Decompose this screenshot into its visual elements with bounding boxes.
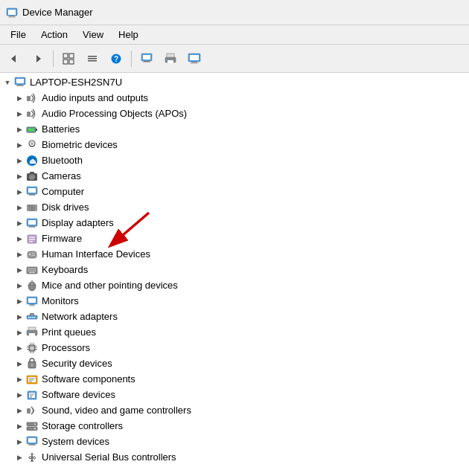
svg-rect-36 — [36, 129, 37, 131]
svg-rect-24 — [190, 55, 199, 60]
mouse-icon — [25, 279, 39, 292]
svg-rect-111 — [29, 379, 34, 380]
hid-icon — [25, 248, 39, 261]
svg-rect-34 — [27, 112, 31, 117]
svg-rect-17 — [144, 61, 150, 62]
menu-action[interactable]: Action — [34, 28, 75, 42]
svg-rect-37 — [28, 129, 34, 131]
item-expand-arrow — [13, 434, 25, 449]
item-expand-arrow — [13, 184, 25, 199]
monitor-icon — [25, 295, 39, 308]
display-icon — [25, 216, 39, 230]
list-item[interactable]: Human Interface Devices — [0, 246, 469, 262]
list-item[interactable]: Network adapters — [0, 309, 469, 324]
usb-icon — [25, 451, 39, 464]
back-button[interactable] — [3, 48, 25, 69]
show-hide-button[interactable] — [57, 48, 80, 69]
audio-in-out-icon — [25, 91, 39, 105]
svg-rect-71 — [28, 270, 30, 271]
item-expand-arrow — [13, 262, 25, 277]
list-item[interactable]: Sound, video and game controllers — [0, 402, 469, 418]
svg-point-122 — [34, 428, 36, 429]
title-bar-text: Device Manager — [22, 7, 93, 18]
list-item[interactable]: Keyboards — [0, 262, 469, 277]
svg-rect-87 — [32, 317, 34, 318]
svg-rect-3 — [8, 16, 16, 17]
svg-rect-125 — [29, 444, 35, 445]
list-item[interactable]: Disk drives — [0, 199, 469, 215]
menu-help[interactable]: Help — [111, 28, 146, 42]
svg-point-63 — [29, 253, 31, 255]
list-item[interactable]: Print queues — [0, 324, 469, 340]
svg-rect-1 — [8, 10, 16, 15]
tree-root[interactable]: LAPTOP-ESH2SN7U — [0, 74, 469, 90]
monitor-button[interactable] — [183, 48, 205, 69]
system-icon — [25, 435, 39, 448]
svg-rect-117 — [30, 396, 32, 397]
item-expand-arrow — [13, 418, 25, 434]
svg-point-120 — [34, 423, 36, 425]
svg-rect-11 — [88, 58, 97, 60]
list-item[interactable]: Batteries — [0, 121, 469, 137]
update-button[interactable] — [135, 48, 158, 69]
svg-marker-5 — [36, 55, 41, 62]
svg-rect-2 — [9, 16, 15, 17]
list-item[interactable]: Computer — [0, 184, 469, 199]
item-label: Network adapters — [42, 311, 118, 322]
forward-button[interactable] — [27, 48, 49, 69]
svg-rect-61 — [29, 241, 33, 242]
list-item[interactable]: Cameras — [0, 168, 469, 184]
list-item[interactable]: Audio Processing Objects (APOs) — [0, 106, 469, 121]
list-item[interactable]: Mice and other pointing devices — [0, 277, 469, 293]
list-item[interactable]: Firmware — [0, 231, 469, 246]
svg-rect-39 — [31, 142, 34, 145]
root-icon — [13, 76, 27, 89]
svg-rect-70 — [35, 268, 36, 269]
tree-area: LAPTOP-ESH2SN7U Audio inputs and outputs — [0, 73, 469, 476]
list-item[interactable]: Security devices — [0, 356, 469, 371]
item-expand-arrow — [13, 277, 25, 293]
svg-rect-116 — [30, 395, 33, 396]
tree-wrapper: LAPTOP-ESH2SN7U Audio inputs and outputs — [0, 73, 469, 476]
list-item[interactable]: Universal Serial Bus controllers — [0, 449, 469, 465]
item-label: Monitors — [42, 295, 79, 306]
svg-rect-25 — [191, 62, 197, 63]
svg-rect-85 — [28, 317, 30, 318]
list-item[interactable]: Software devices — [0, 387, 469, 402]
svg-rect-32 — [16, 86, 24, 86]
item-expand-arrow — [13, 231, 25, 246]
item-expand-arrow — [13, 371, 25, 387]
menu-file[interactable]: File — [3, 28, 34, 42]
svg-rect-104 — [35, 349, 37, 350]
print-button[interactable] — [159, 48, 182, 69]
list-item[interactable]: Audio inputs and outputs — [0, 90, 469, 106]
svg-rect-115 — [30, 393, 34, 394]
svg-rect-96 — [31, 346, 34, 350]
menu-view[interactable]: View — [75, 28, 111, 42]
svg-rect-100 — [33, 351, 34, 353]
svg-rect-97 — [31, 343, 31, 345]
list-item[interactable]: Software components — [0, 371, 469, 387]
item-expand-arrow — [13, 356, 25, 371]
svg-rect-64 — [32, 253, 35, 254]
svg-point-79 — [31, 280, 34, 282]
svg-rect-86 — [31, 317, 32, 318]
item-expand-arrow — [13, 324, 25, 340]
properties-button[interactable] — [81, 48, 103, 69]
list-item[interactable]: ⏏ Bluetooth — [0, 152, 469, 168]
svg-rect-26 — [191, 62, 198, 63]
list-item[interactable]: Display adapters — [0, 215, 469, 231]
storage-icon — [25, 419, 39, 433]
svg-point-52 — [31, 207, 33, 208]
list-item[interactable]: System devices — [0, 434, 469, 449]
list-item[interactable]: Biometric devices — [0, 137, 469, 152]
item-expand-arrow — [13, 340, 25, 356]
item-label: Biometric devices — [42, 139, 118, 150]
svg-rect-56 — [29, 226, 35, 227]
list-item[interactable]: Monitors — [0, 293, 469, 309]
svg-rect-112 — [29, 381, 32, 382]
list-item[interactable]: Storage controllers — [0, 418, 469, 434]
list-item[interactable]: Processors — [0, 340, 469, 356]
svg-rect-81 — [28, 298, 36, 303]
help-button[interactable]: ? — [105, 48, 127, 69]
